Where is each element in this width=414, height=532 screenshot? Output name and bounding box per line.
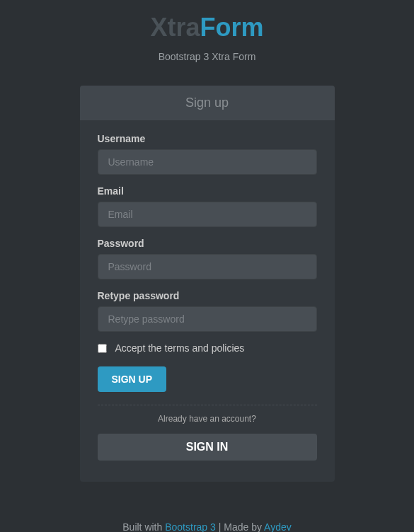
email-label: Email xyxy=(98,185,317,197)
footer: Built with Bootstrap 3 | Made by Aydev xyxy=(0,521,414,532)
signin-button[interactable]: Sign in xyxy=(98,434,317,461)
signup-button[interactable]: Sign up xyxy=(98,366,167,392)
brand-part2: Form xyxy=(200,13,264,42)
divider xyxy=(98,405,317,405)
signup-panel: Sign up Username Email Password Retype p… xyxy=(80,86,335,482)
footer-separator: | xyxy=(216,521,224,532)
footer-made-by: Made by xyxy=(224,521,264,532)
tagline: Bootstrap 3 Xtra Form xyxy=(0,51,414,62)
already-have-account-text: Already have an account? xyxy=(98,414,317,424)
password-label: Password xyxy=(98,238,317,249)
username-input[interactable] xyxy=(98,149,317,175)
brand-logo: XtraForm xyxy=(0,13,414,42)
username-label: Username xyxy=(98,133,317,144)
email-input[interactable] xyxy=(98,202,317,227)
retype-password-input[interactable] xyxy=(98,306,317,332)
author-link[interactable]: Aydev xyxy=(264,521,292,532)
bootstrap-link[interactable]: Bootstrap 3 xyxy=(165,521,216,532)
brand-part1: Xtra xyxy=(150,13,200,42)
retype-password-label: Retype password xyxy=(98,290,317,301)
password-input[interactable] xyxy=(98,254,317,279)
footer-built-with: Built with xyxy=(122,521,165,532)
terms-label[interactable]: Accept the terms and policies xyxy=(115,342,245,354)
terms-checkbox[interactable] xyxy=(98,344,107,353)
panel-title: Sign up xyxy=(80,86,335,120)
